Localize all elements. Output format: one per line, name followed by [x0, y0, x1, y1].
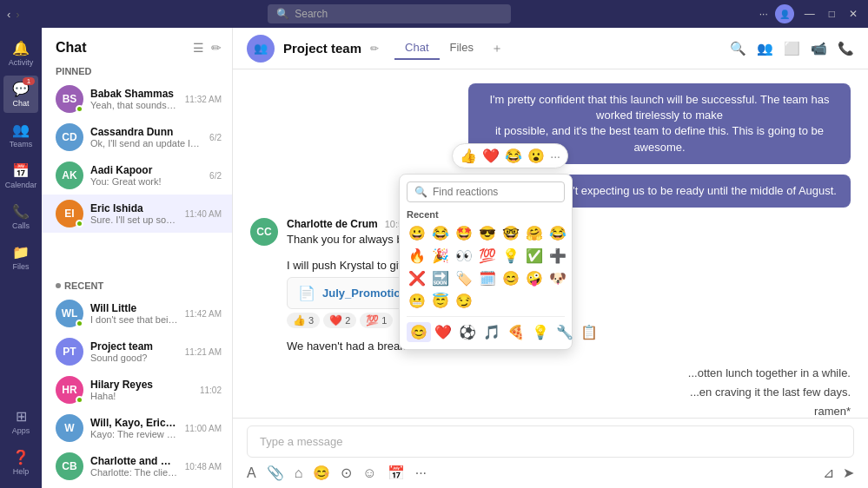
emoji-24[interactable]: 😏 [454, 291, 474, 311]
emoji-21[interactable]: 🐶 [547, 268, 568, 288]
sidebar-item-calendar[interactable]: 📅 Calendar [3, 157, 38, 195]
ep-tab-objects[interactable]: 💡 [528, 322, 553, 342]
ep-tab-food[interactable]: 🍕 [504, 322, 528, 342]
chat-time: 6/2 [209, 133, 222, 142]
maximize-button[interactable]: □ [825, 8, 838, 20]
tab-files[interactable]: Files [440, 37, 484, 60]
message-input-display[interactable]: Type a message [247, 425, 854, 458]
tab-chat[interactable]: Chat [394, 37, 439, 60]
quick-reaction-thumbs[interactable]: 👍 [460, 148, 477, 164]
quick-reaction-laugh[interactable]: 😂 [505, 148, 522, 164]
quick-reaction-heart[interactable]: ❤️ [482, 148, 500, 164]
chat-item-babak[interactable]: BS Babak Shammas Yeah, that sounds great… [42, 80, 232, 118]
emoji-15[interactable]: ❌ [407, 268, 427, 288]
sidebar-item-calls[interactable]: 📞 Calls [3, 198, 38, 235]
schedule-icon[interactable]: 📅 [388, 465, 405, 481]
ep-tab-music[interactable]: 🎵 [480, 322, 504, 342]
sticker-icon[interactable]: ☺ [362, 465, 376, 481]
format-icon[interactable]: A [247, 465, 256, 481]
ep-tab-tools[interactable]: 🔧 [553, 322, 577, 342]
emoji-2[interactable]: 😂 [430, 223, 451, 243]
emoji-11[interactable]: 💯 [477, 246, 498, 266]
reaction-heart[interactable]: ❤️2 [323, 313, 356, 328]
chat-item-eric[interactable]: EI Eric Ishida Sure. I'll set up somethi… [42, 195, 232, 233]
sidebar-item-teams[interactable]: 👥 Teams [3, 116, 38, 154]
attach-icon[interactable]: 📎 [267, 465, 284, 481]
input-toolbar-right: ⊿ ➤ [823, 465, 854, 481]
more-icon[interactable]: ··· [415, 465, 427, 481]
sidebar-item-chat[interactable]: 💬 Chat 1 [3, 76, 38, 113]
emoji-8[interactable]: 🔥 [407, 246, 427, 266]
chat-item-will[interactable]: WL Will Little I don't see that being an… [42, 294, 232, 333]
ep-tab-sports[interactable]: ⚽ [455, 322, 480, 342]
emoji-icon[interactable]: 😊 [313, 465, 330, 481]
search-conv-icon[interactable]: 🔍 [730, 41, 746, 56]
avatar-hilary: HR [56, 376, 83, 404]
chat-panel-header: Chat ☰ ✏ [42, 28, 232, 63]
chat-name: Cassandra Dunn [90, 126, 202, 138]
emoji-19[interactable]: 😊 [500, 268, 521, 288]
files-icon: 📁 [12, 244, 30, 260]
user-avatar[interactable]: 👤 [775, 4, 794, 23]
emoji-6[interactable]: 🤗 [524, 223, 545, 243]
chat-preview: Sure. I'll set up something for next wee… [90, 214, 178, 225]
reaction-100[interactable]: 💯1 [360, 313, 393, 328]
minimize-button[interactable]: — [801, 8, 818, 20]
emoji-14[interactable]: ➕ [547, 246, 568, 266]
sidebar-item-apps[interactable]: ⊞ Apps [3, 403, 38, 440]
edit-group-icon[interactable]: ✏ [370, 43, 379, 55]
chat-item-hilary[interactable]: HR Hilary Reyes Haha! 11:02 [42, 371, 232, 409]
quick-reaction-wow[interactable]: 😮 [527, 148, 545, 164]
sidebar-item-help[interactable]: ❓ Help [3, 444, 38, 481]
filter-icon[interactable]: ☰ [193, 41, 204, 55]
chat-time: 11:00 AM [185, 424, 222, 433]
chat-item-aadi[interactable]: AK Aadi Kapoor You: Great work! 6/2 [42, 156, 232, 195]
pinned-chat-list: BS Babak Shammas Yeah, that sounds great… [42, 80, 232, 274]
send-icon[interactable]: ➤ [843, 465, 854, 481]
gif-icon[interactable]: ⊙ [341, 465, 352, 481]
screen-share-icon[interactable]: ⬜ [784, 41, 800, 56]
ep-tab-smiley[interactable]: 😊 [407, 322, 431, 342]
emoji-7[interactable]: 😂 [547, 223, 568, 243]
send-options-icon[interactable]: ⊿ [823, 465, 834, 481]
sidebar-item-files[interactable]: 📁 Files [3, 239, 38, 276]
search-placeholder: Search [295, 8, 328, 20]
emoji-16[interactable]: 🔜 [430, 268, 451, 288]
emoji-13[interactable]: ✅ [524, 246, 545, 266]
reaction-thumbs[interactable]: 👍3 [287, 313, 320, 328]
emoji-22[interactable]: 😬 [407, 291, 427, 311]
more-reactions-icon[interactable]: ··· [550, 149, 560, 163]
back-icon[interactable]: ‹ [7, 8, 10, 21]
emoji-3[interactable]: 🤩 [454, 223, 474, 243]
emoji-9[interactable]: 🎉 [430, 246, 451, 266]
emoji-18[interactable]: 🗓️ [477, 268, 498, 288]
calls-icon: 📞 [12, 203, 30, 220]
video-icon[interactable]: 📹 [811, 41, 827, 56]
ep-tab-symbols[interactable]: 📋 [577, 322, 601, 342]
emoji-10[interactable]: 👀 [454, 246, 474, 266]
chat-item-project-team[interactable]: PT Project team Sound good? 11:21 AM [42, 333, 232, 371]
emoji-1[interactable]: 😀 [407, 223, 427, 243]
chat-info-will: Will Little I don't see that being an is… [90, 302, 178, 325]
emoji-20[interactable]: 🤪 [524, 268, 545, 288]
more-options-icon[interactable]: ··· [759, 8, 768, 20]
emoji-4[interactable]: 😎 [477, 223, 498, 243]
emoji-search-input[interactable] [433, 186, 557, 198]
search-bar[interactable]: 🔍 Search [268, 4, 511, 23]
chat-item-group1[interactable]: W Will, Kayo, Eric, +5 Kayo: The review … [42, 409, 232, 447]
chat-item-cassandra[interactable]: CD Cassandra Dunn Ok, I'll send an updat… [42, 118, 232, 156]
add-tab-icon[interactable]: ＋ [484, 37, 510, 60]
paperclip-icon[interactable]: ⌂ [295, 465, 303, 481]
emoji-17[interactable]: 🏷️ [454, 268, 474, 288]
emoji-5[interactable]: 🤓 [500, 223, 521, 243]
chat-item-charlotte-babak[interactable]: CB Charlotte and Babak Charlotte: The cl… [42, 447, 232, 485]
call-icon[interactable]: 📞 [838, 41, 854, 56]
sidebar-item-activity[interactable]: 🔔 Activity [3, 35, 38, 72]
close-button[interactable]: ✕ [845, 8, 861, 20]
emoji-23[interactable]: 😇 [430, 291, 451, 311]
compose-icon[interactable]: ✏ [211, 41, 222, 55]
emoji-recent-label: Recent [407, 209, 565, 220]
emoji-12[interactable]: 💡 [500, 246, 521, 266]
members-icon[interactable]: 👥 [757, 41, 773, 56]
ep-tab-heart[interactable]: ❤️ [431, 322, 455, 342]
